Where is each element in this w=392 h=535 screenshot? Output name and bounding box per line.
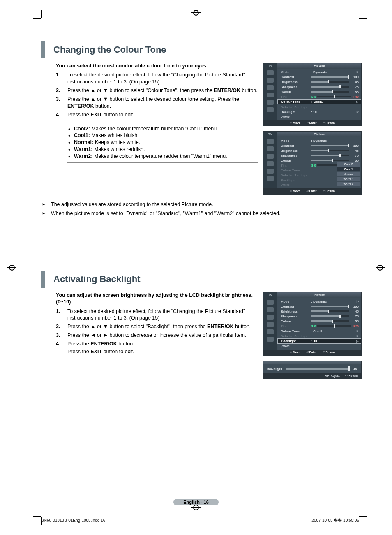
osd-footer: ⇕ Move ⏎ Enter ↶ Return: [263, 188, 361, 194]
osd-picture-menu-3: TV Picture Mode: Dynami: [263, 292, 362, 356]
crop-mark: [359, 10, 359, 18]
channel-icon: [267, 85, 274, 90]
osd-row-colour-tone: Colour Tone: Cool1▷: [281, 329, 359, 334]
picture-icon: [267, 300, 274, 305]
adjust-slider: [286, 368, 350, 370]
step-2: Press the ▲ or ▼ button to select "Colou…: [56, 87, 258, 94]
step-4: Press the EXIT button to exit: [56, 111, 258, 118]
adjust-value: 10: [353, 367, 357, 371]
osd-row-backlight: Backlight: 10▷: [281, 109, 359, 114]
osd-title: Picture: [277, 63, 361, 69]
registration-mark: [7, 263, 16, 272]
step-1: To select the desired picture effect, fo…: [56, 72, 258, 86]
osd-row-mode: Mode: Dynamic▷: [281, 69, 359, 74]
option-warm2: Warm2: Makes the colour temperature redd…: [67, 153, 258, 160]
osd-row-mode: Mode: Dynamic▷: [281, 299, 359, 304]
footer-timestamp: 2007-10-05 �� 10:55:06: [311, 518, 359, 523]
osd-row-colour-tone-selected: Colour Tone: Cool1▷: [277, 99, 361, 104]
dtv-icon: [267, 176, 274, 181]
page-number: English - 16: [0, 499, 392, 505]
sound-icon: [267, 146, 274, 151]
setup-icon: [267, 93, 274, 97]
step-2: Press the ▲ or ▼ button to select "Backl…: [56, 323, 258, 330]
osd-tone-options: Cool 2 Cool 1 Normal Warm 1 Warm 2: [337, 162, 360, 187]
osd-sidebar-icons: [263, 298, 277, 350]
channel-icon: [267, 154, 274, 159]
option-cool1: Cool1: Makes whites bluish.: [67, 132, 258, 139]
dtv-icon: [267, 107, 274, 112]
crop-mark: [359, 516, 367, 517]
osd-opt-cool1-selected: Cool 1: [337, 167, 360, 171]
adjust-label: Backlight: [267, 367, 282, 371]
input-icon: [267, 100, 274, 105]
osd-opt-warm1: Warm 1: [337, 177, 360, 181]
osd-row-backlight-selected: Backlight: 10▷: [277, 338, 361, 344]
osd-row-more: ▽More: [281, 344, 359, 349]
osd-tv-label: TV: [263, 132, 277, 137]
osd-row-detailed: Detailed Settings: [281, 104, 359, 109]
osd-picture-menu-1: TV Picture Mode: Dynamic▷ Contrast100: [263, 63, 362, 126]
osd-row-more: ▽More: [281, 114, 359, 119]
osd-backlight-adjust: Backlight 10 ◄► Adjust ↶ Return: [263, 361, 362, 379]
osd-row-sharpness: Sharpness75: [281, 84, 359, 89]
osd-row-mode: Mode: Dynamic: [281, 138, 359, 143]
osd-sidebar-icons: [263, 137, 277, 188]
osd-footer: ⇕ Move ⏎ Enter ↶ Return: [263, 350, 361, 355]
osd-row-detailed: Detailed Settings▷: [281, 334, 359, 338]
osd-row-sharpness: Sharpness75: [281, 314, 359, 319]
osd-opt-cool2: Cool 2: [337, 162, 360, 167]
sound-icon: [267, 78, 274, 83]
osd-row-brightness: Brightness45: [281, 309, 359, 314]
crop-mark: [33, 18, 41, 19]
setup-icon: [267, 161, 274, 166]
osd-row-colour: Colour55: [281, 89, 359, 94]
osd-picture-menu-2: TV Picture Mode: Dynamic Contrast100: [263, 131, 362, 195]
channel-icon: [267, 315, 274, 320]
option-cool2: Cool2: Makes the colour temperature blue…: [67, 125, 258, 132]
osd-row-contrast: Contrast100: [281, 74, 359, 79]
crop-mark: [41, 10, 42, 18]
sound-icon: [267, 307, 274, 312]
note-1: The adjusted values are stored according…: [41, 201, 362, 208]
osd-footer: ⇕ Move ⏎ Enter ↶ Return: [263, 120, 361, 126]
dtv-icon: [267, 337, 274, 342]
input-icon: [267, 329, 274, 334]
registration-mark: [191, 8, 201, 17]
picture-icon: [267, 70, 274, 75]
step-3: Press the ▲ or ▼ button to select the de…: [56, 96, 258, 110]
setup-icon: [267, 322, 274, 327]
picture-icon: [267, 139, 274, 144]
osd-tv-label: TV: [263, 63, 277, 69]
registration-mark: [376, 263, 385, 272]
osd-row-contrast: Contrast100: [281, 143, 359, 148]
osd-row-sharpness: Sharpness75: [281, 153, 359, 158]
intro-text: You can select the most comfortable colo…: [56, 63, 258, 69]
section-title: Changing the Colour Tone: [53, 44, 362, 55]
osd-row-tint: TintG50R50: [281, 94, 359, 99]
osd-row-colour: Colour55: [281, 319, 359, 324]
option-normal: Normal: Keeps whites white.: [67, 139, 258, 146]
osd-opt-normal: Normal: [337, 172, 360, 176]
osd-row-brightness: Brightness45: [281, 79, 359, 84]
osd-title: Picture: [277, 292, 361, 298]
option-warm1: Warm1: Makes whites reddish.: [67, 146, 258, 153]
intro-text: You can adjust the screen brightness by …: [56, 292, 258, 306]
section-heading: Activating Backlight: [41, 271, 362, 288]
crop-mark: [33, 516, 41, 517]
step-3: Press the ◄ or ► button to decrease or i…: [56, 332, 258, 339]
osd-row-contrast: Contrast100: [281, 304, 359, 309]
adjust-footer: ◄► Adjust ↶ Return: [263, 373, 361, 379]
note-2: When the picture mode is set to "Dynamic…: [41, 210, 362, 218]
input-icon: [267, 169, 274, 174]
osd-tv-label: TV: [263, 292, 277, 298]
section-heading: Changing the Colour Tone: [41, 41, 362, 58]
section-title: Activating Backlight: [53, 274, 362, 285]
step-4: Press the ENTER/OK button.Press the EXIT…: [56, 340, 258, 355]
osd-sidebar-icons: [263, 69, 277, 120]
osd-opt-warm2: Warm 2: [337, 182, 360, 186]
osd-row-tint: TintG50R50: [281, 324, 359, 329]
step-1: To select the desired picture effect, fo…: [56, 308, 258, 322]
footer-filename: BN68-01313B-01Eng-1005.indd 16: [41, 518, 105, 523]
osd-title: Picture: [277, 132, 361, 137]
osd-row-brightness: Brightness45: [281, 148, 359, 153]
